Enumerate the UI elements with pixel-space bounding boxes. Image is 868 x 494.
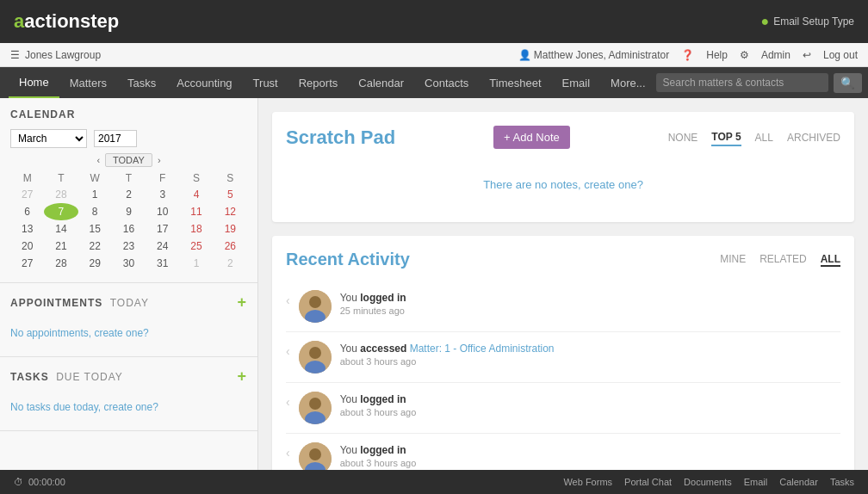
footer-documents[interactable]: Documents xyxy=(684,477,732,487)
tasks-add-btn[interactable]: + xyxy=(237,367,247,386)
admin-link[interactable]: Admin xyxy=(761,49,790,61)
user-name-link[interactable]: Matthew Jones, Administrator xyxy=(534,49,669,61)
nav-contacts[interactable]: Contacts xyxy=(414,67,479,98)
appointments-title: APPOINTMENTS TODAY + xyxy=(10,293,247,312)
calendar-day-cell[interactable]: 14 xyxy=(44,220,78,238)
nav-more[interactable]: More... xyxy=(600,67,655,98)
nav-home[interactable]: Home xyxy=(9,67,59,98)
nav-accounting[interactable]: Accounting xyxy=(166,67,242,98)
calendar-day-header: F xyxy=(146,170,179,186)
top-bar: aactionstep ● Email Setup Type xyxy=(0,0,868,43)
nav-bar: Home Matters Tasks Accounting Trust Repo… xyxy=(0,67,868,98)
activity-item-2: ‹ You accessed Matter: 1 - Office Admini… xyxy=(286,332,840,383)
calendar-day-cell[interactable]: 1 xyxy=(78,186,112,203)
calendar-day-cell[interactable]: 8 xyxy=(78,203,112,220)
footer-tasks[interactable]: Tasks xyxy=(830,477,854,487)
no-tasks-link[interactable]: No tasks due today, create one? xyxy=(10,394,247,420)
calendar-month-select[interactable]: JanuaryFebruaryMarch AprilMayJune JulyAu… xyxy=(10,129,87,148)
nav-search-area: 🔍 + xyxy=(656,71,868,96)
calendar-day-cell[interactable]: 12 xyxy=(214,203,247,220)
nav-matters[interactable]: Matters xyxy=(59,67,117,98)
calendar-day-cell[interactable]: 20 xyxy=(10,238,44,255)
calendar-day-cell[interactable]: 11 xyxy=(179,203,213,220)
calendar-day-cell[interactable]: 1 xyxy=(179,255,213,272)
calendar-day-cell[interactable]: 21 xyxy=(44,238,78,255)
calendar-day-cell[interactable]: 17 xyxy=(146,220,179,238)
filter-top5[interactable]: TOP 5 xyxy=(711,129,741,146)
logout-link[interactable]: Log out xyxy=(823,49,858,61)
calendar-day-cell[interactable]: 30 xyxy=(112,255,146,272)
svg-point-4 xyxy=(309,347,321,359)
recent-activity-filters: MINE RELATED ALL xyxy=(720,253,840,267)
calendar-day-cell[interactable]: 27 xyxy=(10,186,44,203)
calendar-day-cell[interactable]: 31 xyxy=(146,255,179,272)
logout-icon: ↩ xyxy=(803,49,811,61)
footer-calendar[interactable]: Calendar xyxy=(779,477,818,487)
calendar-day-cell[interactable]: 27 xyxy=(10,255,44,272)
matter-link[interactable]: Matter: 1 - Office Administration xyxy=(410,343,555,355)
calendar-day-cell[interactable]: 15 xyxy=(78,220,112,238)
calendar-year-input[interactable] xyxy=(94,130,137,147)
ra-filter-mine[interactable]: MINE xyxy=(720,253,746,267)
calendar-day-cell[interactable]: 26 xyxy=(214,238,247,255)
nav-timesheet[interactable]: Timesheet xyxy=(479,67,551,98)
nav-email[interactable]: Email xyxy=(552,67,601,98)
calendar-prev-btn[interactable]: ‹ xyxy=(91,153,105,167)
calendar-day-cell[interactable]: 24 xyxy=(146,238,179,255)
footer-portal-chat[interactable]: Portal Chat xyxy=(624,477,672,487)
calendar-day-cell[interactable]: 28 xyxy=(44,255,78,272)
svg-point-7 xyxy=(309,398,321,410)
sidebar: CALENDAR JanuaryFebruaryMarch AprilMayJu… xyxy=(0,98,258,470)
calendar-day-cell[interactable]: 23 xyxy=(112,238,146,255)
filter-archived[interactable]: ARCHIVED xyxy=(787,130,840,145)
calendar-day-cell[interactable]: 3 xyxy=(146,186,179,203)
calendar-day-cell[interactable]: 16 xyxy=(112,220,146,238)
calendar-day-cell[interactable]: 13 xyxy=(10,220,44,238)
calendar-day-cell[interactable]: 19 xyxy=(214,220,247,238)
calendar-day-cell[interactable]: 2 xyxy=(214,255,247,272)
activity-text-2: You accessed Matter: 1 - Office Administ… xyxy=(340,341,840,356)
calendar-day-header: T xyxy=(44,170,78,186)
calendar-day-cell[interactable]: 22 xyxy=(78,238,112,255)
calendar-week-row: 13141516171819 xyxy=(10,220,247,238)
calendar-day-cell[interactable]: 9 xyxy=(112,203,146,220)
logo: aactionstep xyxy=(14,10,119,33)
calendar-day-cell[interactable]: 25 xyxy=(179,238,213,255)
add-note-button[interactable]: + Add Note xyxy=(493,126,570,149)
filter-none[interactable]: NONE xyxy=(668,130,698,145)
calendar-day-cell[interactable]: 18 xyxy=(179,220,213,238)
nav-reports[interactable]: Reports xyxy=(288,67,349,98)
calendar-today-btn[interactable]: TODAY xyxy=(105,153,152,167)
calendar-day-cell[interactable]: 10 xyxy=(146,203,179,220)
calendar-section: CALENDAR JanuaryFebruaryMarch AprilMayJu… xyxy=(0,98,257,283)
appointments-add-btn[interactable]: + xyxy=(237,293,247,312)
nav-calendar[interactable]: Calendar xyxy=(348,67,414,98)
calendar-day-cell[interactable]: 29 xyxy=(78,255,112,272)
calendar-day-cell[interactable]: 5 xyxy=(214,186,247,203)
calendar-day-cell[interactable]: 28 xyxy=(44,186,78,203)
calendar-day-header: M xyxy=(10,170,44,186)
calendar-week-row: 6789101112 xyxy=(10,203,247,220)
no-appointments-link[interactable]: No appointments, create one? xyxy=(10,320,247,346)
footer-email[interactable]: Email xyxy=(744,477,768,487)
calendar-next-btn[interactable]: › xyxy=(152,153,166,167)
calendar-day-cell[interactable]: 6 xyxy=(10,203,44,220)
footer-links: Web Forms Portal Chat Documents Email Ca… xyxy=(563,477,854,487)
calendar-day-cell[interactable]: 2 xyxy=(112,186,146,203)
ra-filter-all[interactable]: ALL xyxy=(821,253,840,267)
search-button[interactable]: 🔍 xyxy=(834,73,862,93)
org-info: ☰ Jones Lawgroup xyxy=(10,49,101,61)
ra-filter-related[interactable]: RELATED xyxy=(760,253,806,267)
help-link[interactable]: Help xyxy=(706,49,728,61)
timer-icon: ⏱ xyxy=(14,477,23,487)
scratch-pad-panel: Scratch Pad + Add Note NONE TOP 5 ALL AR… xyxy=(272,112,854,222)
footer-web-forms[interactable]: Web Forms xyxy=(563,477,612,487)
calendar-day-cell[interactable]: 7 xyxy=(44,203,78,220)
nav-trust[interactable]: Trust xyxy=(243,67,288,98)
search-input[interactable] xyxy=(656,73,828,92)
user-icon: 👤 xyxy=(518,49,531,61)
calendar-day-cell[interactable]: 4 xyxy=(179,186,213,203)
filter-all[interactable]: ALL xyxy=(755,130,773,145)
nav-tasks[interactable]: Tasks xyxy=(117,67,166,98)
svg-point-1 xyxy=(309,296,321,308)
